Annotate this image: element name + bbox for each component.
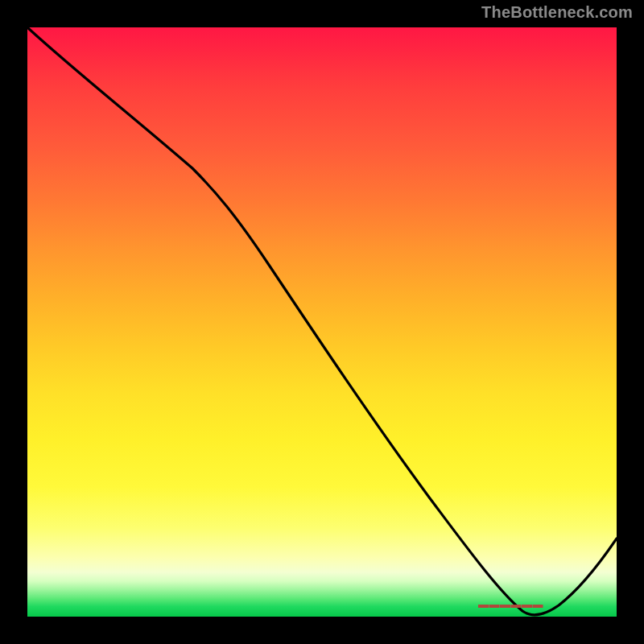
plot-area: ▬▬▬▬▬▬ — [24, 24, 620, 620]
chart-stage: TheBottleneck.com ▬▬▬▬▬▬ — [0, 0, 644, 644]
bottleneck-line — [27, 27, 617, 617]
optimal-range-marker: ▬▬▬▬▬▬ — [478, 598, 543, 610]
attribution-label: TheBottleneck.com — [481, 3, 633, 22]
